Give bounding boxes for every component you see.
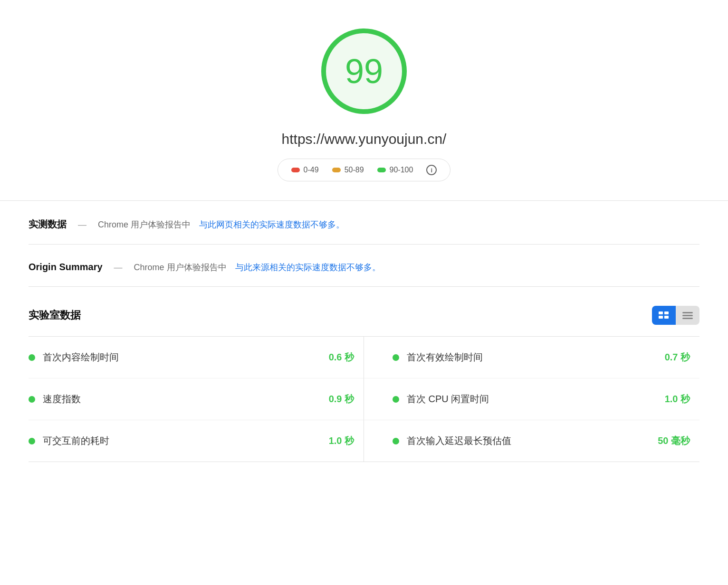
origin-summary-prefix: Chrome 用户体验报告中 <box>134 262 227 273</box>
info-icon[interactable]: i <box>426 165 437 175</box>
legend-item-orange: 50-89 <box>332 166 364 174</box>
field-data-row: 实测数据 — Chrome 用户体验报告中 与此网页相关的实际速度数据不够多。 <box>29 201 699 244</box>
metrics-col-right: 首次有效绘制时间 0.7 秒 首次 CPU 闲置时间 1.0 秒 首次输入延迟最… <box>364 337 699 462</box>
view-toggle <box>652 306 699 325</box>
metric-si: 速度指数 0.9 秒 <box>29 378 364 420</box>
content-area: 实测数据 — Chrome 用户体验报告中 与此网页相关的实际速度数据不够多。 … <box>0 201 728 462</box>
metric-dot-tti <box>29 438 35 444</box>
field-data-dash: — <box>78 220 86 230</box>
legend-label-orange: 50-89 <box>345 166 364 174</box>
origin-summary-link[interactable]: 与此来源相关的实际速度数据不够多。 <box>235 262 381 273</box>
metric-name-fid: 首次输入延迟最长预估值 <box>407 434 650 447</box>
legend-label-red: 0-49 <box>304 166 319 174</box>
metric-value-fmp: 0.7 秒 <box>665 351 690 364</box>
svg-rect-5 <box>682 315 693 316</box>
legend-item-green: 90-100 <box>377 166 413 174</box>
field-data-link[interactable]: 与此网页相关的实际速度数据不够多。 <box>199 219 345 230</box>
legend-label-green: 90-100 <box>390 166 413 174</box>
metrics-col-left: 首次内容绘制时间 0.6 秒 速度指数 0.9 秒 可交互前的耗时 1.0 秒 <box>29 337 364 462</box>
grid-icon <box>659 311 669 319</box>
svg-rect-0 <box>659 311 663 314</box>
svg-rect-1 <box>664 311 669 314</box>
toggle-list-button[interactable] <box>676 306 699 325</box>
toggle-grid-button[interactable] <box>652 306 676 325</box>
metric-value-si: 0.9 秒 <box>329 393 354 406</box>
lab-section: 实验室数据 <box>29 287 699 462</box>
origin-summary-label: Origin Summary <box>29 262 103 273</box>
metric-name-fci: 首次 CPU 闲置时间 <box>407 393 657 406</box>
score-circle: 99 <box>321 28 407 114</box>
score-value: 99 <box>345 54 383 88</box>
metric-name-fcp: 首次内容绘制时间 <box>43 351 321 364</box>
score-section: 99 https://www.yunyoujun.cn/ 0-49 50-89 … <box>0 0 728 200</box>
metric-name-si: 速度指数 <box>43 393 321 406</box>
svg-rect-6 <box>682 318 693 319</box>
lab-header: 实验室数据 <box>29 306 699 336</box>
origin-summary-dash: — <box>114 263 123 273</box>
metric-value-fci: 1.0 秒 <box>665 393 690 406</box>
legend-dot-green <box>377 168 386 172</box>
metric-fmp: 首次有效绘制时间 0.7 秒 <box>364 337 699 378</box>
metric-fid: 首次输入延迟最长预估值 50 毫秒 <box>364 420 699 462</box>
metrics-wrapper: 首次内容绘制时间 0.6 秒 速度指数 0.9 秒 可交互前的耗时 1.0 秒 <box>29 337 699 462</box>
metric-value-fid: 50 毫秒 <box>658 434 690 447</box>
svg-rect-4 <box>682 312 693 313</box>
legend-dot-orange <box>332 168 341 172</box>
svg-rect-2 <box>659 316 663 319</box>
metric-value-tti: 1.0 秒 <box>329 434 354 447</box>
legend-item-red: 0-49 <box>291 166 319 174</box>
site-url: https://www.yunyoujun.cn/ <box>282 131 447 147</box>
metric-tti: 可交互前的耗时 1.0 秒 <box>29 420 364 462</box>
lab-title: 实验室数据 <box>29 308 81 322</box>
metric-name-fmp: 首次有效绘制时间 <box>407 351 657 364</box>
legend-box: 0-49 50-89 90-100 i <box>278 159 451 181</box>
list-icon <box>682 311 693 319</box>
metric-name-tti: 可交互前的耗时 <box>43 434 321 447</box>
field-data-prefix: Chrome 用户体验报告中 <box>98 219 191 230</box>
svg-rect-3 <box>664 316 669 319</box>
metric-dot-fid <box>393 438 399 444</box>
origin-summary-row: Origin Summary — Chrome 用户体验报告中 与此来源相关的实… <box>29 245 699 286</box>
field-data-label: 实测数据 <box>29 218 67 231</box>
metric-fcp: 首次内容绘制时间 0.6 秒 <box>29 337 364 378</box>
metric-dot-fmp <box>393 354 399 361</box>
metric-dot-fcp <box>29 354 35 361</box>
metric-fci: 首次 CPU 闲置时间 1.0 秒 <box>364 378 699 420</box>
metrics-bottom-divider <box>29 462 699 462</box>
metric-dot-fci <box>393 396 399 403</box>
metric-value-fcp: 0.6 秒 <box>329 351 354 364</box>
legend-dot-red <box>291 168 300 172</box>
metric-dot-si <box>29 396 35 403</box>
